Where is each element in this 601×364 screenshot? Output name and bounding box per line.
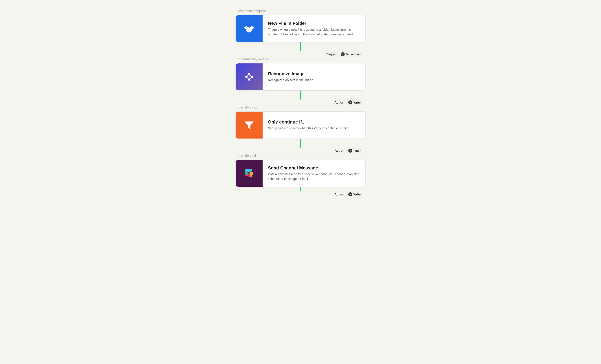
connector-meta-1: Trigger ○ Scheduled [235,51,366,57]
step-icon-filter [236,112,263,139]
badge-text-4: Write [353,193,361,196]
step-content-action3: Send Channel Message Post a new message … [263,161,365,186]
step-title-action2: Only continue if... [268,119,360,125]
lightning-icon-3: ⚡ [348,149,352,153]
svg-rect-33 [250,172,253,175]
svg-line-13 [249,77,252,80]
connector-3: Action ⚡ Filter [235,139,366,153]
step-card-action1[interactable]: Recognize Image Recognizes objects in th… [235,63,366,91]
connector-1: Trigger ○ Scheduled [235,42,366,57]
recognize-icon [242,70,256,84]
zap-flow: When this happens... New File in Folder … [235,9,366,197]
step-desc-action3: Post a new message to a specific #channe… [268,172,360,181]
svg-line-14 [246,77,249,80]
svg-marker-18 [245,122,254,129]
lightning-icon-2: ⚡ [348,100,352,105]
svg-line-12 [249,74,252,77]
step-title-action1: Recognize Image [268,71,360,77]
meta-label-3: Action [335,149,344,153]
connector-2: Action ⚡ Write [235,91,366,105]
badge-text-2: Write [353,101,361,104]
step-desc-action1: Recognizes objects in the image [268,78,360,83]
meta-badge-4[interactable]: ⚡ Write [347,192,363,197]
step-icon-slack [236,160,263,187]
dropbox-icon [242,21,256,36]
connector-line-1 [300,42,301,51]
connector-4: Action ⚡ Write [235,187,366,197]
step-content-action2: Only continue if... Set up rules to spec… [263,115,365,135]
meta-label-2: Action [334,101,344,104]
connector-line-3 [300,139,301,148]
section-label-action2: then do this... [238,105,258,109]
step-card-action2[interactable]: Only continue if... Set up rules to spec… [235,111,366,139]
svg-rect-32 [245,172,248,175]
step-icon-recognize [236,63,263,90]
meta-badge-2[interactable]: ⚡ Write [347,99,363,105]
step-desc-trigger: Triggers when a new file is added to a f… [268,27,360,37]
connector-meta-3: Action ⚡ Filter [235,148,366,153]
section-label-trigger: When this happens... [238,9,269,13]
step-desc-action2: Set up rules to specify when this Zap ca… [268,126,360,131]
step-title-action3: Send Channel Message [268,165,360,171]
svg-rect-34 [248,169,250,172]
section-label-action1: automatically do this... [238,57,271,61]
lightning-icon-4: ⚡ [348,192,352,196]
connector-line-4 [300,187,301,192]
svg-line-11 [246,74,249,77]
connector-meta-4: Action ⚡ Write [235,192,366,197]
svg-rect-35 [248,175,250,177]
meta-badge-3[interactable]: ⚡ Filter [347,148,363,153]
meta-label-4: Action [334,192,344,196]
meta-label-1: Trigger [326,52,337,56]
step-content-trigger: New File in Folder Triggers when a new f… [263,16,365,41]
meta-badge-1[interactable]: ○ Scheduled [339,51,363,57]
step-card-action3[interactable]: Send Channel Message Post a new message … [235,160,366,187]
slack-icon [242,166,256,181]
connector-line-2 [300,91,301,99]
filter-icon [242,118,256,132]
step-icon-dropbox [236,15,263,42]
connector-meta-2: Action ⚡ Write [235,99,366,105]
clock-icon: ○ [341,52,345,56]
badge-text-1: Scheduled [346,53,361,56]
step-card-trigger[interactable]: New File in Folder Triggers when a new f… [235,15,366,42]
badge-text-3: Filter [353,149,361,153]
section-label-action3: then do this! [238,153,256,157]
step-content-action1: Recognize Image Recognizes objects in th… [263,67,365,87]
step-title-trigger: New File in Folder [268,21,360,26]
